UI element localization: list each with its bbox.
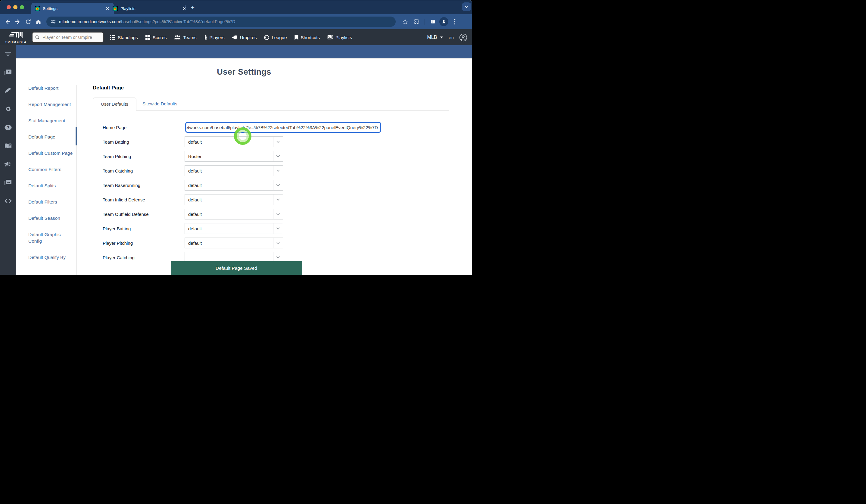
nav-item-label: Standings [118, 35, 138, 40]
umpire-hand-icon [232, 35, 237, 40]
close-window-button[interactable] [7, 5, 11, 9]
whiteboard-icon[interactable] [4, 87, 12, 94]
select-value: default [188, 197, 202, 202]
field-label: Team Catching [93, 168, 185, 173]
menu-item-default-report[interactable]: Default Report [28, 85, 74, 91]
video-playlist-icon[interactable] [4, 68, 12, 76]
home-button[interactable] [33, 16, 43, 27]
standings-list-icon [110, 35, 115, 40]
browser-toolbar: mlbdemo.trumedianetworks.com/baseball/se… [0, 14, 472, 29]
section-title: Default Page [93, 85, 449, 91]
nav-item-players[interactable]: Players [204, 35, 225, 40]
team-outfield-defense-select[interactable]: default [185, 209, 283, 220]
menu-item-stat-management[interactable]: Stat Management [28, 117, 74, 124]
filter-icon[interactable] [4, 50, 12, 58]
team-batting-select[interactable]: default [185, 136, 283, 147]
browser-tab-strip: Settings Playlists + [0, 0, 472, 14]
field-label: Team Batting [93, 139, 185, 145]
tab-sitewide-defaults[interactable]: Sitewide Defaults [142, 98, 177, 110]
nav-item-league[interactable]: League [264, 35, 287, 40]
brand-wordmark: TRUMEDIA [5, 41, 27, 44]
menu-item-common-filters[interactable]: Common Filters [28, 166, 74, 173]
chevron-down-icon [273, 151, 283, 161]
form-row-team-batting: Team Batting default [93, 135, 449, 149]
settings-page: User Settings Default Report Report Mana… [16, 45, 472, 275]
nav-item-umpires[interactable]: Umpires [232, 35, 257, 40]
nav-item-label: Scores [153, 35, 167, 40]
menu-item-default-filters[interactable]: Default Filters [28, 199, 74, 205]
menu-item-default-splits[interactable]: Default Splits [28, 182, 74, 189]
side-panel-icon[interactable] [428, 16, 438, 27]
defaults-form: Home Page etworks.com/baseball/playlists… [93, 120, 449, 265]
field-label: Player Batting [93, 226, 185, 231]
field-label: Team Baserunning [93, 183, 185, 188]
tab-user-defaults[interactable]: User Defaults [93, 98, 136, 111]
new-tab-button[interactable]: + [189, 3, 197, 12]
chevron-down-icon [273, 252, 283, 262]
nav-item-label: Players [210, 35, 225, 40]
caret-down-icon [440, 36, 443, 38]
browser-tab-settings[interactable]: Settings [31, 3, 114, 14]
nav-item-scores[interactable]: Scores [145, 35, 167, 40]
home-page-input[interactable]: etworks.com/baseball/playlists?e=%7B%22s… [185, 122, 381, 133]
select-value: default [188, 226, 202, 231]
team-pitching-select[interactable]: Roster [185, 151, 283, 162]
nav-item-shortcuts[interactable]: Shortcuts [295, 35, 320, 40]
maximize-window-button[interactable] [20, 5, 24, 9]
profile-avatar-icon[interactable] [439, 17, 448, 26]
team-infield-defense-select[interactable]: default [185, 194, 283, 205]
user-profile-icon[interactable] [459, 33, 467, 42]
announcements-megaphone-icon[interactable] [4, 160, 12, 168]
menu-item-default-season[interactable]: Default Season [28, 215, 74, 222]
nav-item-teams[interactable]: Teams [174, 35, 196, 40]
team-baserunning-select[interactable]: default [185, 180, 283, 191]
code-icon[interactable] [4, 197, 12, 205]
page-header-band [16, 45, 472, 59]
nav-item-playlists[interactable]: Playlists [327, 35, 352, 40]
tab-title: Playlists [120, 6, 179, 11]
player-pitching-select[interactable]: default [185, 237, 283, 248]
reload-button[interactable] [23, 16, 33, 27]
documentation-book-icon[interactable] [4, 142, 12, 150]
form-row-team-outfield-defense: Team Outfield Defense default [93, 207, 449, 221]
extensions-icon[interactable] [411, 16, 422, 27]
settings-menu: Default Report Report Management Stat Ma… [16, 85, 77, 275]
menu-dots-icon[interactable] [449, 16, 460, 27]
menu-item-default-page[interactable]: Default Page [28, 134, 74, 140]
nav-item-label: Playlists [335, 35, 352, 40]
help-icon[interactable]: ? [4, 123, 12, 131]
search-input[interactable] [42, 35, 97, 40]
window-controls[interactable] [7, 5, 24, 9]
language-selector[interactable]: en [449, 35, 454, 40]
forward-button[interactable] [13, 16, 23, 27]
nav-item-standings[interactable]: Standings [110, 35, 138, 40]
close-tab-icon[interactable] [182, 6, 187, 11]
teams-people-icon [174, 35, 181, 40]
menu-item-default-qualify-by[interactable]: Default Qualify By [28, 254, 74, 261]
league-selector[interactable]: MLB [427, 35, 443, 40]
minimize-window-button[interactable] [13, 5, 18, 9]
media-gallery-icon[interactable] [4, 179, 12, 186]
chevron-down-icon [273, 180, 283, 190]
trumedia-logo[interactable]: TRUMEDIA [0, 31, 32, 44]
tune-icon[interactable] [51, 19, 56, 24]
field-label: Team Outfield Defense [93, 212, 185, 217]
player-batting-select[interactable]: default [185, 223, 283, 234]
menu-item-report-management[interactable]: Report Management [28, 101, 74, 108]
team-catching-select[interactable]: default [185, 165, 283, 176]
browser-tab-playlists[interactable]: Playlists [109, 3, 191, 14]
site-navbar: TRUMEDIA Standings Scores Teams Players [0, 29, 472, 45]
settings-gear-icon[interactable] [4, 105, 12, 113]
field-label: Player Pitching [93, 240, 185, 246]
back-button[interactable] [2, 16, 13, 27]
select-value: default [188, 212, 202, 217]
shortcuts-bookmark-icon [295, 35, 298, 40]
bookmark-star-icon[interactable] [400, 16, 410, 27]
url-bar[interactable]: mlbdemo.trumedianetworks.com/baseball/se… [46, 16, 396, 27]
form-row-team-infield-defense: Team Infield Defense default [93, 192, 449, 207]
menu-item-default-custom-page[interactable]: Default Custom Page [28, 150, 74, 157]
global-search[interactable] [32, 32, 103, 43]
menu-item-default-graphic-config[interactable]: Default Graphic Config [28, 231, 74, 245]
url-text: mlbdemo.trumedianetworks.com/baseball/se… [59, 19, 235, 24]
tab-search-button[interactable] [462, 2, 471, 11]
